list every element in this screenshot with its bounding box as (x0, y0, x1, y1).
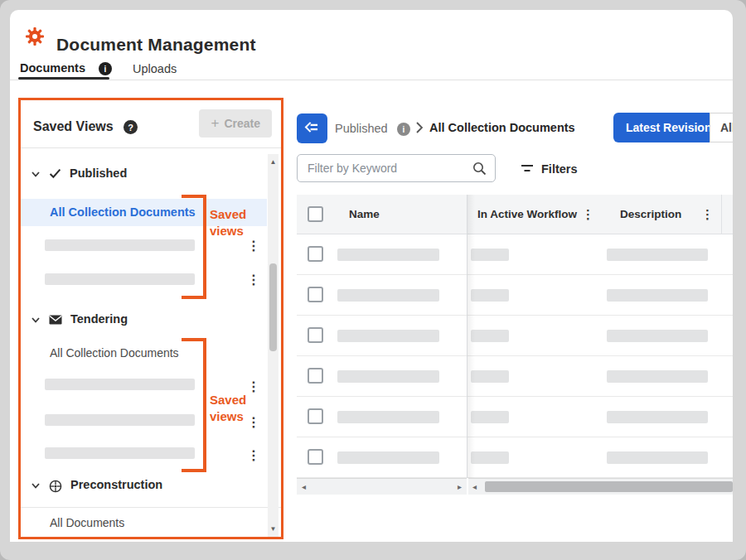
description-placeholder (607, 451, 708, 464)
breadcrumb-parent[interactable]: Published (335, 122, 388, 135)
select-all-checkbox[interactable] (308, 206, 323, 222)
sidebar-scrollbar[interactable]: ▲ ▼ (268, 154, 279, 537)
table-row (297, 234, 733, 275)
name-placeholder (337, 370, 439, 383)
saved-view-placeholder (45, 447, 195, 459)
row-checkbox[interactable] (308, 449, 323, 465)
name-placeholder (337, 289, 439, 302)
horizontal-scrollbar-thumb[interactable] (485, 481, 733, 492)
annotation-saved-views: Saved views (210, 206, 264, 240)
workflow-placeholder (471, 249, 509, 261)
scroll-up-icon[interactable]: ▲ (268, 158, 279, 166)
wheel-icon (49, 480, 62, 490)
scroll-right-icon[interactable]: ▸ (458, 482, 462, 491)
all-documents-item[interactable]: All Documents (50, 516, 124, 529)
group-preconstruction[interactable]: Preconstruction (31, 478, 162, 491)
scroll-down-icon[interactable]: ▼ (268, 525, 279, 533)
create-button[interactable]: + Create (199, 109, 272, 138)
create-button-label: Create (224, 117, 260, 130)
filter-icon (521, 162, 534, 176)
search-input[interactable] (308, 155, 465, 181)
collapse-panel-button[interactable] (297, 113, 327, 143)
help-icon[interactable]: ? (124, 120, 138, 134)
description-placeholder (607, 289, 708, 302)
table-header: Name In Active Workflow ⋮ Description ⋮ (297, 195, 733, 234)
group-published-label: Published (70, 167, 127, 180)
saved-view-placeholder (45, 379, 195, 390)
name-placeholder (337, 330, 439, 342)
row-checkbox[interactable] (308, 408, 323, 424)
filters-button[interactable]: Filters (521, 162, 578, 176)
row-checkbox[interactable] (308, 368, 323, 384)
kebab-menu-icon[interactable]: ⋮ (247, 449, 260, 462)
saved-view-item[interactable]: All Collection Documents (50, 346, 179, 360)
description-placeholder (607, 330, 708, 342)
column-header-name[interactable]: Name (349, 208, 380, 220)
group-tendering[interactable]: Tendering (31, 312, 128, 326)
header-divider (10, 80, 733, 80)
latest-revision-button[interactable]: Latest Revision (613, 113, 724, 142)
saved-view-selected-label[interactable]: All Collection Documents (50, 205, 196, 219)
group-preconstruction-label: Preconstruction (70, 478, 162, 491)
chevron-right-icon (415, 121, 424, 138)
workflow-placeholder (471, 289, 509, 302)
page-title: Document Management (56, 35, 256, 55)
tab-documents[interactable]: Documents (20, 61, 85, 75)
name-placeholder (337, 451, 439, 464)
saved-views-title: Saved Views (33, 119, 114, 134)
sidebar-divider (21, 507, 281, 508)
column-menu-icon[interactable]: ⋮ (701, 207, 714, 222)
annotation-saved-views: Saved views (210, 392, 264, 426)
keyword-filter-field (297, 154, 496, 182)
column-divider (721, 195, 722, 234)
annotation-bracket (182, 338, 206, 472)
name-placeholder (337, 411, 439, 423)
documents-table: Name In Active Workflow ⋮ Description ⋮ (297, 195, 733, 495)
description-placeholder (607, 411, 708, 423)
tab-uploads-label: Uploads (133, 62, 177, 75)
row-checkbox[interactable] (308, 327, 323, 343)
column-menu-icon[interactable]: ⋮ (582, 207, 594, 222)
tab-documents-label: Documents (20, 61, 85, 75)
saved-view-placeholder (45, 273, 195, 285)
description-placeholder (607, 249, 708, 261)
table-row (297, 397, 733, 437)
chevron-down-icon (31, 480, 41, 490)
workflow-placeholder (471, 411, 509, 423)
tab-uploads[interactable]: Uploads (133, 62, 177, 75)
pinned-horizontal-scrollbar[interactable]: ◂ ▸ (297, 478, 467, 495)
pinned-column-shadow (467, 195, 475, 478)
saved-view-placeholder (45, 414, 195, 426)
kebab-menu-icon[interactable]: ⋮ (247, 239, 260, 253)
main-horizontal-scrollbar[interactable]: ◂ (468, 478, 733, 495)
column-header-description[interactable]: Description (620, 208, 681, 220)
name-placeholder (337, 249, 439, 261)
workflow-placeholder (471, 330, 509, 342)
all-revisions-button[interactable]: All (710, 113, 733, 142)
column-header-workflow[interactable]: In Active Workflow (477, 208, 577, 220)
app-window: Document Management Documents i Uploads … (10, 10, 733, 542)
search-icon[interactable] (472, 162, 487, 176)
row-checkbox[interactable] (308, 287, 323, 302)
group-published[interactable]: Published (31, 167, 127, 180)
table-row (297, 437, 733, 478)
chevron-down-icon (31, 168, 41, 178)
gear-icon (25, 27, 45, 46)
info-icon[interactable]: i (397, 123, 410, 136)
table-row (297, 275, 733, 316)
group-tendering-label: Tendering (70, 312, 128, 326)
scroll-left-icon[interactable]: ◂ (472, 482, 477, 491)
scroll-left-icon[interactable]: ◂ (302, 482, 306, 491)
envelope-icon (49, 314, 62, 324)
table-row (297, 356, 733, 397)
screenshot-frame: Document Management Documents i Uploads … (0, 0, 746, 560)
kebab-menu-icon[interactable]: ⋮ (247, 273, 260, 287)
row-checkbox[interactable] (308, 246, 323, 262)
description-placeholder (607, 370, 708, 383)
sidebar-scrollbar-thumb[interactable] (269, 263, 277, 351)
info-icon[interactable]: i (99, 62, 112, 75)
table-body (297, 234, 733, 478)
saved-view-placeholder (45, 239, 195, 251)
table-row (297, 316, 733, 356)
saved-views-panel: Saved Views ? + Create Published All Col… (18, 98, 283, 539)
